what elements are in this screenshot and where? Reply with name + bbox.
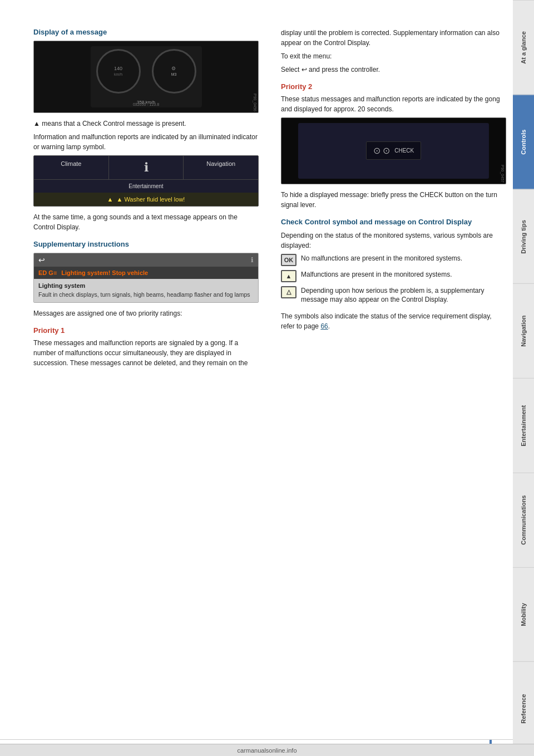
left-column: Display of a message 140km/h ⚙M3 358 km/… [33, 17, 264, 739]
gong-message-para: At the same time, a gong sounds and a te… [33, 212, 259, 232]
sidebar-tab-reference[interactable]: Reference [513, 661, 534, 756]
check-control-section-title: Check Control symbol and message on Cont… [281, 218, 506, 226]
priority2-title: Priority 2 [281, 82, 506, 91]
check-control-para: ▲ means that a Check Control message is … [33, 119, 259, 129]
triangle-symbol-text: Depending upon how serious the problem i… [301, 286, 506, 305]
back-icon: ↩ [38, 256, 45, 264]
supp-header-icons: ED G≡ [38, 269, 57, 276]
display-continued-para: display until the problem is corrected. … [281, 28, 506, 48]
supplementary-display: ↩ ℹ ED G≡ Lighting system! Stop vehicle … [33, 253, 259, 303]
sidebar: At a glance Controls Driving tips Naviga… [513, 0, 534, 756]
supp-body-title: Lighting system [38, 282, 254, 289]
warning-triangle-icon: ▲ [107, 196, 113, 203]
menu-navigation: Navigation [184, 156, 258, 179]
sidebar-tab-at-a-glance[interactable]: At a glance [513, 0, 534, 95]
priority2-para: These status messages and malfunction re… [281, 94, 506, 114]
sidebar-tab-communications[interactable]: Communications [513, 473, 534, 567]
sidebar-tab-driving-tips[interactable]: Driving tips [513, 189, 534, 284]
supp-topbar-right-icon: ℹ [251, 256, 254, 264]
select-para: Select ↩ and press the controller. [281, 65, 506, 75]
hide-message-para: To hide a displayed message: briefly pre… [281, 190, 506, 210]
right-column: display until the problem is corrected. … [275, 17, 506, 739]
check-control-intro: Depending on the status of the monitored… [281, 230, 506, 251]
priority2-image: ⊙ ⊙ CHECK P90_0457 [281, 117, 506, 184]
menu-climate: Climate [34, 156, 109, 179]
exit-menu-para: To exit the menu: [281, 51, 506, 61]
display-of-message-title: Display of a message [33, 28, 259, 36]
supp-body: Lighting system Fault in check displays,… [34, 279, 258, 302]
main-content: Display of a message 140km/h ⚙M3 358 km/… [33, 17, 506, 739]
sidebar-tab-controls[interactable]: Controls [513, 95, 534, 189]
triangle-symbol: △ [281, 286, 296, 298]
malfunction-para: Information and malfunction reports are … [33, 132, 259, 152]
ok-symbol: OK [281, 254, 296, 266]
sidebar-tab-navigation[interactable]: Navigation [513, 283, 534, 378]
priority1-para: These messages and malfunction reports a… [33, 338, 259, 368]
carmanuals-watermark: carmanualsonline.info [0, 744, 534, 756]
sidebar-tab-entertainment[interactable]: Entertainment [513, 378, 534, 473]
dashboard-image: 140km/h ⚙M3 358 km/h 032050 - 123.8 P90_… [33, 41, 259, 113]
supp-header: ED G≡ Lighting system! Stop vehicle [34, 267, 258, 279]
control-display-menu: Climate ℹ Navigation Entertainment ▲ ▲ W… [33, 155, 259, 207]
image-watermark: P90_0456 [253, 94, 257, 111]
warn-symbol: ▲ [281, 270, 296, 282]
supp-topbar: ↩ ℹ [34, 253, 258, 267]
service-requirement-para: The symbols also indicate the status of … [281, 311, 506, 331]
supp-header-text: Lighting system! Stop vehicle [61, 269, 148, 276]
priority-ratings-para: Messages are assigned one of two priorit… [33, 308, 259, 318]
supplementary-instructions-title: Supplementary instructions [33, 240, 259, 248]
ok-symbol-text: No malfunctions are present in the monit… [301, 254, 462, 263]
menu-entertainment: Entertainment [34, 180, 258, 193]
menu-center-icon: ℹ [109, 156, 184, 179]
priority2-image-watermark: P90_0457 [501, 165, 505, 183]
symbol-ok-row: OK No malfunctions are present in the mo… [281, 254, 506, 267]
sidebar-tab-mobility[interactable]: Mobility [513, 567, 534, 662]
warning-text: ▲ Washer fluid level low! [116, 196, 185, 203]
menu-warning: ▲ ▲ Washer fluid level low! [34, 193, 258, 206]
page-link[interactable]: 66 [320, 322, 328, 330]
priority1-title: Priority 1 [33, 326, 259, 335]
symbol-triangle-row: △ Depending upon how serious the problem… [281, 286, 506, 308]
supp-body-text: Fault in check displays, turn signals, h… [38, 291, 254, 299]
symbol-warn-row: ▲ Malfunctions are present in the monito… [281, 270, 506, 283]
warn-symbol-text: Malfunctions are present in the monitore… [301, 270, 452, 279]
